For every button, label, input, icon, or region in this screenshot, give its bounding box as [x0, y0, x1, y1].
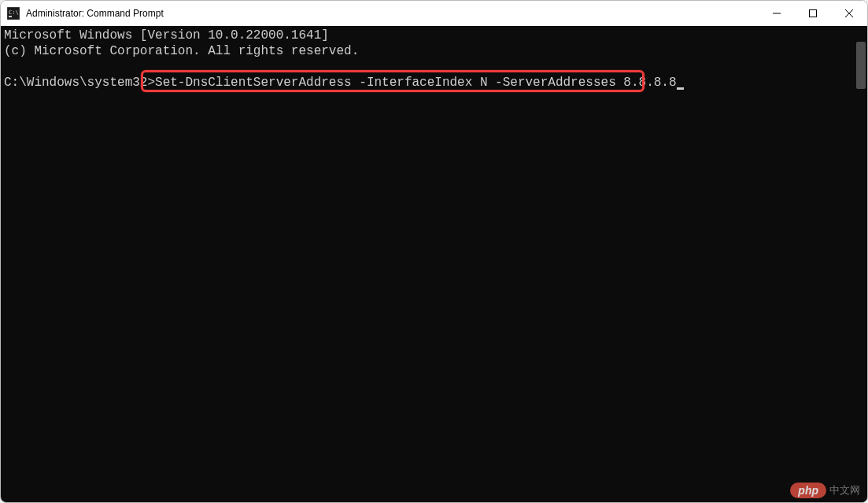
watermark-badge: php [790, 483, 826, 498]
prompt: C:\Windows\system32> [4, 76, 155, 90]
watermark-text: 中文网 [829, 483, 860, 497]
copyright-line: (c) Microsoft Corporation. All rights re… [4, 44, 359, 58]
maximize-button[interactable] [795, 1, 831, 26]
command-prompt-window: C:\ Administrator: Command Prompt Micros… [0, 0, 868, 503]
svg-rect-2 [9, 16, 12, 17]
close-button[interactable] [831, 1, 867, 26]
version-line: Microsoft Windows [Version 10.0.22000.16… [4, 28, 329, 43]
text-cursor [677, 87, 684, 90]
cmd-icon: C:\ [7, 7, 20, 20]
terminal-content: Microsoft Windows [Version 10.0.22000.16… [4, 28, 864, 91]
svg-text:C:\: C:\ [9, 9, 19, 16]
window-title: Administrator: Command Prompt [26, 8, 759, 19]
window-controls [759, 1, 867, 26]
terminal-area[interactable]: Microsoft Windows [Version 10.0.22000.16… [1, 26, 867, 502]
scrollbar[interactable] [855, 26, 867, 502]
minimize-button[interactable] [759, 1, 795, 26]
watermark: php 中文网 [790, 483, 860, 498]
svg-rect-4 [810, 10, 817, 17]
command-input[interactable]: Set-DnsClientServerAddress -InterfaceInd… [155, 76, 677, 90]
scrollbar-thumb[interactable] [856, 42, 866, 89]
titlebar[interactable]: C:\ Administrator: Command Prompt [1, 1, 867, 26]
